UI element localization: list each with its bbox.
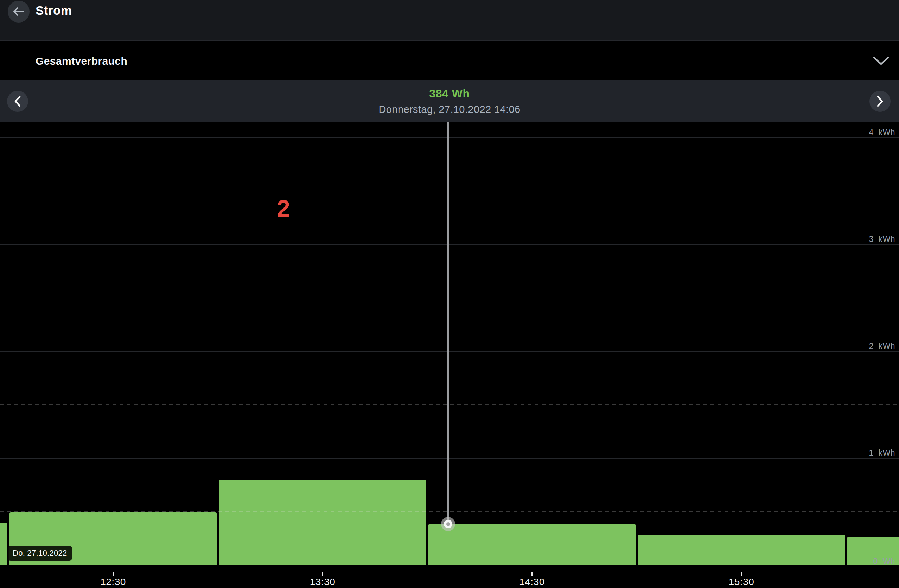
x-tick-12:30	[113, 572, 114, 576]
x-tick-14:30	[531, 572, 533, 576]
gridline-4kwh	[0, 137, 899, 138]
next-period-button[interactable]	[870, 91, 891, 112]
consumption-selector[interactable]: Gesamtverbrauch	[0, 42, 899, 80]
selected-datetime: Donnerstag, 27.10.2022 14:06	[378, 104, 520, 115]
bar-14:30[interactable]	[428, 524, 636, 565]
page-title: Strom	[36, 3, 72, 18]
gridline-2.5kwh	[0, 298, 899, 298]
bar-13:30[interactable]	[219, 480, 426, 565]
consumption-chart[interactable]: 2 Do. 27.10.2022 4 kWh3 kWh2 kWh1 kWh0 W…	[0, 122, 899, 588]
selection-readout: 384 Wh Donnerstag, 27.10.2022 14:06	[378, 87, 520, 115]
y-axis-label-3: 3 kWh	[869, 235, 895, 244]
chevron-right-icon	[876, 96, 884, 107]
gridline-3.5kwh	[0, 191, 899, 191]
header: Strom	[0, 0, 899, 41]
cursor-line[interactable]	[447, 122, 449, 524]
y-axis-label-1: 1 kWh	[869, 448, 895, 458]
date-chip: Do. 27.10.2022	[8, 546, 72, 560]
gridline-1.5kwh	[0, 404, 899, 405]
gridline-1kwh	[0, 458, 899, 458]
y-axis-label-2: 2 kWh	[869, 341, 895, 351]
selected-value: 384 Wh	[429, 87, 470, 100]
gridline-3kwh	[0, 244, 899, 245]
x-axis-label-13:30: 13:30	[294, 576, 351, 588]
back-button[interactable]	[8, 1, 29, 23]
prev-period-button[interactable]	[7, 91, 28, 112]
back-arrow-icon	[12, 6, 25, 17]
x-tick-13:30	[322, 572, 323, 576]
cursor-marker-core	[446, 522, 450, 526]
x-axis-label-14:30: 14:30	[504, 576, 560, 588]
x-axis-label-15:30: 15:30	[713, 576, 769, 588]
gridline-0.5kwh	[0, 511, 899, 512]
bar-15:30[interactable]	[638, 535, 845, 565]
chevron-down-icon	[873, 57, 889, 66]
time-navigation-bar: 384 Wh Donnerstag, 27.10.2022 14:06	[0, 80, 899, 122]
gridline-2kwh	[0, 351, 899, 352]
x-tick-15:30	[741, 572, 742, 576]
overlay-annotation: 2	[269, 194, 298, 222]
chevron-left-icon	[14, 96, 21, 107]
y-axis-label-0: 0 Wh	[873, 557, 895, 566]
section-title: Gesamtverbrauch	[36, 55, 127, 67]
y-axis-label-4: 4 kWh	[869, 128, 895, 137]
x-axis-label-12:30: 12:30	[85, 576, 141, 588]
bar-11:30[interactable]	[0, 523, 8, 565]
